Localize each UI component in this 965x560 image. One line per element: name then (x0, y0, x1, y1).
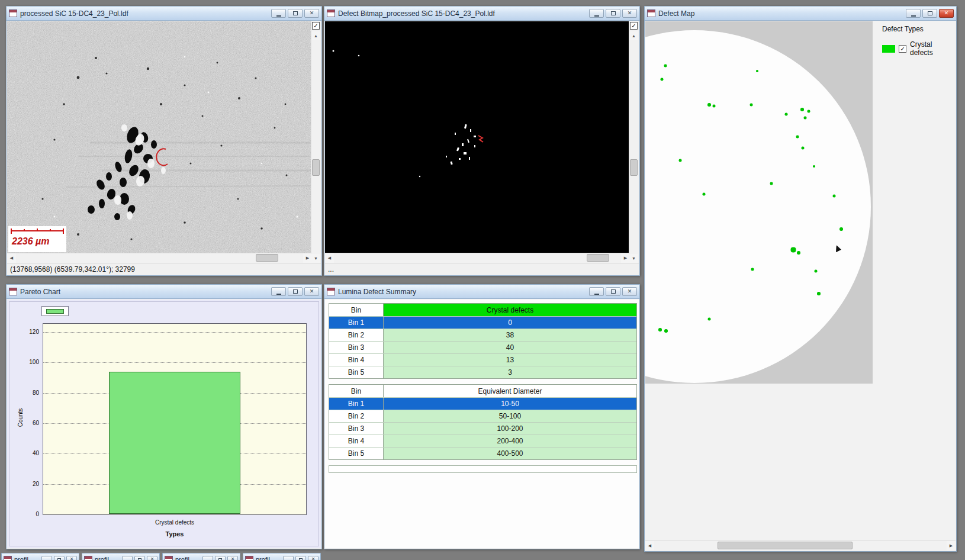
scroll-down-icon[interactable]: ▼ (311, 254, 320, 263)
maximize-button[interactable] (288, 9, 303, 18)
close-button[interactable]: ✕ (622, 9, 637, 18)
maximize-button[interactable] (606, 287, 620, 296)
value-cell[interactable]: 100-200 (384, 423, 636, 435)
horizontal-scroll-thumb[interactable] (718, 542, 853, 549)
overlay-checkbox[interactable]: ✓ (312, 22, 320, 30)
minimized-window-1[interactable]: profil ✕ (1, 553, 79, 560)
window-icon (327, 9, 335, 17)
overlay-checkbox[interactable]: ✓ (630, 22, 638, 30)
close-button[interactable]: ✕ (622, 287, 637, 296)
maximize-button[interactable] (54, 556, 65, 560)
value-cell[interactable]: 400-500 (384, 448, 636, 459)
close-button[interactable]: ✕ (304, 287, 319, 296)
horizontal-scrollbar[interactable]: ◀ ▶ (7, 253, 312, 263)
scroll-right-icon[interactable]: ▶ (303, 253, 312, 263)
defect-bitmap-image[interactable] (325, 21, 630, 254)
bin-cell[interactable]: Bin 2 (329, 410, 384, 422)
scroll-right-icon[interactable]: ▶ (947, 541, 956, 551)
close-button[interactable]: ✕ (227, 556, 238, 560)
maximize-button[interactable] (134, 556, 145, 560)
table-row[interactable]: Bin 4 200-400 (329, 435, 636, 447)
legend-checkbox[interactable]: ✓ (899, 45, 906, 53)
table-row[interactable]: Bin 3 100-200 (329, 422, 636, 435)
defect-dot (804, 117, 807, 120)
bin-cell[interactable]: Bin 4 (329, 435, 384, 447)
table-row[interactable]: Bin 2 38 (329, 329, 636, 341)
value-cell[interactable]: 3 (384, 366, 636, 378)
horizontal-scroll-thumb[interactable] (256, 254, 278, 262)
gridline (43, 332, 306, 333)
bin-cell[interactable]: Bin 4 (329, 354, 384, 366)
minimize-button[interactable] (283, 556, 294, 560)
bin-cell[interactable]: Bin 3 (329, 342, 384, 353)
minimized-window-3[interactable]: profil ✕ (162, 553, 240, 560)
close-button[interactable]: ✕ (147, 556, 157, 560)
titlebar-defect-summary[interactable]: Lumina Defect Summary ✕ (324, 285, 639, 299)
scroll-left-icon[interactable]: ◀ (645, 541, 654, 551)
scroll-down-icon[interactable]: ▼ (629, 254, 638, 263)
titlebar-defect-bitmap[interactable]: Defect Bitmap_processed SiC 15-DC4_23_Po… (324, 7, 639, 21)
vertical-scroll-thumb[interactable] (312, 159, 320, 176)
maximize-button[interactable] (288, 287, 303, 296)
maximize-button[interactable] (215, 556, 226, 560)
microscopy-image[interactable]: 2236 µm (7, 21, 312, 254)
horizontal-scrollbar[interactable]: ◀ ▶ (325, 253, 630, 263)
minimize-button[interactable] (271, 9, 286, 18)
horizontal-scrollbar[interactable]: ◀ ▶ (645, 540, 956, 551)
minimize-icon (276, 294, 281, 295)
minimize-button[interactable] (122, 556, 133, 560)
table-row[interactable]: Bin 1 10-50 (329, 397, 636, 410)
value-cell[interactable]: 13 (384, 354, 636, 366)
close-icon: ✕ (628, 289, 632, 294)
value-cell[interactable]: 200-400 (384, 435, 636, 447)
scroll-up-icon[interactable]: ▲ (311, 31, 320, 40)
table-row[interactable]: Bin 4 13 (329, 353, 636, 366)
table-row[interactable]: Bin 2 50-100 (329, 410, 636, 422)
scroll-up-icon[interactable]: ▲ (629, 31, 638, 40)
value-cell[interactable]: 40 (384, 342, 636, 353)
bin-cell[interactable]: Bin 1 (329, 317, 384, 329)
minimized-window-4[interactable]: profil ✕ (243, 553, 321, 560)
close-button[interactable]: ✕ (308, 556, 319, 560)
horizontal-scroll-thumb[interactable] (587, 254, 609, 262)
scroll-left-icon[interactable]: ◀ (325, 253, 334, 263)
close-button[interactable]: ✕ (304, 9, 319, 18)
table-row[interactable]: Bin 1 0 (329, 316, 636, 329)
maximize-button[interactable] (922, 9, 937, 18)
maximize-icon (611, 11, 616, 15)
bin-cell[interactable]: Bin 2 (329, 329, 384, 341)
minimize-button[interactable] (271, 287, 286, 296)
minimize-button[interactable] (202, 556, 213, 560)
close-button[interactable]: ✕ (939, 9, 954, 18)
minimize-button[interactable] (906, 9, 921, 18)
value-cell[interactable]: 50-100 (384, 410, 636, 422)
bin-cell[interactable]: Bin 5 (329, 448, 384, 459)
close-button[interactable]: ✕ (66, 556, 77, 560)
wafer-panel[interactable] (645, 21, 873, 384)
bin-cell[interactable]: Bin 3 (329, 423, 384, 435)
bin-cell[interactable]: Bin 1 (329, 398, 384, 410)
value-cell[interactable]: 10-50 (384, 398, 636, 410)
table-row[interactable]: Bin 5 3 (329, 366, 636, 378)
titlebar-defect-map[interactable]: Defect Map ✕ (645, 7, 956, 21)
close-icon: ✕ (70, 557, 74, 560)
minimize-icon (594, 15, 599, 17)
titlebar-pareto-chart[interactable]: Pareto Chart ✕ (7, 285, 321, 299)
minimized-window-2[interactable]: profil ✕ (82, 553, 160, 560)
minimize-button[interactable] (589, 287, 604, 296)
bin-cell[interactable]: Bin 5 (329, 366, 384, 378)
vertical-scroll-thumb[interactable] (630, 159, 638, 176)
minimize-button[interactable] (589, 9, 604, 18)
value-cell[interactable]: 0 (384, 317, 636, 329)
titlebar-processed-image[interactable]: processed SiC 15-DC4_23_Pol.ldf ✕ (7, 7, 321, 21)
scroll-left-icon[interactable]: ◀ (7, 253, 16, 263)
vertical-scrollbar[interactable]: ✓ ▲ ▼ (311, 21, 321, 263)
value-cell[interactable]: 38 (384, 329, 636, 341)
scroll-right-icon[interactable]: ▶ (621, 253, 630, 263)
table-row[interactable]: Bin 5 400-500 (329, 447, 636, 459)
maximize-button[interactable] (606, 9, 620, 18)
vertical-scrollbar[interactable]: ✓ ▲ ▼ (629, 21, 639, 263)
table-row[interactable]: Bin 3 40 (329, 341, 636, 353)
maximize-button[interactable] (295, 556, 306, 560)
minimize-button[interactable] (41, 556, 52, 560)
